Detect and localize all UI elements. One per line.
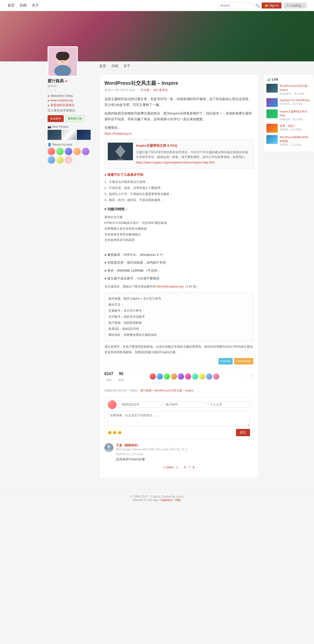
list-title-2[interactable]: Inspire主题帮助文档 & FAQ — [280, 110, 307, 117]
commenter-avatar — [108, 400, 117, 409]
access-avatar-6[interactable] — [48, 156, 55, 164]
access-avatar-8[interactable] — [65, 156, 72, 164]
share-icon[interactable]: ⤴ — [251, 372, 253, 380]
camera-icon: 📷 — [48, 125, 51, 129]
email-link[interactable]: theme@cssplus.org — [157, 285, 183, 288]
access-avatar-5[interactable] — [82, 148, 89, 155]
search-input[interactable] — [218, 3, 253, 9]
email-field-1: 邮件正文： — [109, 302, 249, 308]
sidebar-list: 📊 List WordPress社交风主题 – Inspire 162条发言，9… — [264, 74, 314, 152]
bullet-icon: ● — [104, 173, 107, 177]
access-avatar-1[interactable] — [48, 148, 55, 155]
access-avatar-2[interactable] — [56, 148, 64, 155]
stat-avatar-4[interactable] — [171, 373, 177, 380]
list-stats-2: 64条发言，42人喜欢 — [280, 118, 311, 121]
stat-avatar-7[interactable] — [192, 373, 198, 380]
tag-wordpress[interactable]: # wordpress — [234, 358, 253, 365]
email-field-2: 交易账号：支付宝订单号 — [109, 308, 249, 314]
stat-avatar-3[interactable] — [164, 373, 170, 380]
pagination-8[interactable]: 8 — [193, 465, 194, 469]
stat-avatar-2[interactable] — [157, 373, 163, 380]
list-title-1[interactable]: Eaplayer For WordPress — [280, 99, 310, 102]
svg-point-7 — [61, 61, 64, 63]
qq-input[interactable] — [119, 401, 161, 408]
search-icon[interactable]: 🔍 — [255, 4, 260, 8]
list-title-0[interactable]: WordPress社交风主题 – Inspire — [280, 84, 309, 91]
list-thumb-4 — [266, 135, 278, 144]
loading-button[interactable]: ⟳ Loading... — [284, 3, 306, 9]
list-thumb-2 — [266, 109, 278, 118]
subnav-home[interactable]: 首页 — [99, 64, 106, 68]
list-item-2: Inspire主题帮助文档 & FAQ 64条发言，42人喜欢 — [266, 109, 311, 121]
svg-point-2 — [54, 65, 71, 76]
email-input[interactable] — [163, 401, 206, 408]
inspire-card-link[interactable]: https://www.cssplus.org/wordpress-theme-… — [136, 161, 215, 164]
email-field-5: 联系QQ：你的QQ号码 — [109, 326, 249, 332]
profile-opensource: ● 查看他的开源项目 — [48, 103, 94, 107]
pagination-7[interactable]: 7 — [188, 465, 190, 469]
opensource-link[interactable]: 查看他的开源项目 — [50, 103, 75, 107]
rules-title: ● 请遵守以下几条基本守则 — [104, 172, 253, 178]
stat-avatar-10[interactable] — [213, 373, 219, 380]
help-button[interactable]: 题帮助订阅 — [65, 115, 85, 122]
statistics-link[interactable]: Statistics — [160, 498, 172, 502]
xml-link[interactable]: XML — [175, 498, 181, 502]
stat-avatar-8[interactable] — [199, 373, 205, 380]
email-field-3: 支付账号：你的支付宝账号 — [109, 314, 249, 320]
email-button[interactable]: 发送邮件 — [48, 115, 64, 122]
photo-2[interactable] — [62, 130, 76, 140]
tag-theme[interactable]: # theme — [219, 358, 233, 365]
list-title-4[interactable]: WordPress使用AJAX实时获取… — [280, 136, 309, 143]
search-area: 🔍 🔐 Sign in ⟳ Loading... — [218, 3, 306, 9]
preview-link[interactable]: https://hyejeong.cn — [104, 131, 253, 136]
submit-comment-button[interactable]: 提交 — [236, 429, 250, 436]
list-stats-1: 67条发言，18人喜欢 — [280, 102, 311, 106]
comment-item-0: 子尨（港国有杯） 来自 Google Chrome 66.0.3359.181 … — [104, 443, 253, 462]
feature-ellipsis: ... — [104, 243, 253, 249]
access-avatar-4[interactable] — [73, 148, 81, 155]
email-field-4: 电子邮箱：你的联系邮箱 — [109, 320, 249, 326]
pagination-1[interactable]: 1 — [176, 465, 178, 469]
pagination-6[interactable]: 6 — [184, 465, 186, 469]
pagination-older[interactable]: « Older — [163, 465, 174, 469]
access-avatar-3[interactable] — [65, 148, 72, 155]
svg-point-5 — [59, 59, 61, 61]
footer-stats: Worked in 393 day / Statistics / XML — [5, 498, 309, 502]
profile-website: ● www.cssplus.org — [48, 99, 94, 102]
list-title-3[interactable]: 世界，您好！ — [280, 124, 296, 127]
list-info-0: WordPress社交风主题 – Inspire 162条发言，95人喜欢 — [280, 84, 311, 96]
opensource-dot: ● — [48, 104, 49, 107]
list-item-3: 世界，您好！ 9条发言，14人喜欢 — [266, 124, 311, 133]
stat-avatar-9[interactable] — [206, 373, 212, 380]
sidebar-right: 📊 List WordPress社交风主题 – Inspire 162条发言，9… — [264, 74, 314, 478]
footer: © 1994-2017 · Code & Theme By Louie Work… — [0, 490, 314, 507]
profile-dots: • • • — [48, 89, 94, 93]
feature-2: 自带网易云音乐专辑音乐播放器 — [104, 226, 253, 232]
nav-home[interactable]: 首页 — [8, 3, 15, 8]
list-info-4: WordPress使用AJAX实时获取… 7条发言，17人喜欢 — [280, 135, 311, 147]
stat-avatar-5[interactable] — [178, 373, 184, 380]
heart-icon[interactable]: ♡ — [245, 372, 249, 380]
stat-avatar-6[interactable] — [185, 373, 191, 380]
stat-avatar-1[interactable] — [150, 373, 156, 380]
comment-author-0[interactable]: 子尨（港国有杯） — [116, 444, 140, 447]
access-avatar-7[interactable] — [56, 156, 64, 164]
comment-textarea[interactable] — [108, 411, 250, 426]
feature-4: 支持各种语言代码高亮 — [104, 237, 253, 243]
signin-button[interactable]: 🔐 Sign in — [262, 3, 282, 9]
photo-1[interactable] — [48, 130, 61, 140]
list-info-3: 世界，您好！ 9条发言，14人喜欢 — [280, 124, 311, 133]
nav-archive[interactable]: 归档 — [20, 3, 27, 8]
profile-website-link[interactable]: www.cssplus.org — [50, 99, 73, 102]
article-category[interactable]: 不分类 — [140, 88, 149, 92]
repost-link[interactable]: 蜜汁路易 » WordPress社交风主题 – Inspire — [141, 389, 194, 392]
comment-form: 😊 😊 😊 提交 — [104, 397, 253, 439]
photo-3[interactable] — [77, 130, 91, 140]
nav-about[interactable]: 关于 — [32, 3, 39, 8]
subnav-archive[interactable]: 归档 — [111, 64, 118, 68]
subnav-about[interactable]: 关于 — [123, 64, 130, 68]
article-comments-link[interactable]: 162 条评论 — [153, 88, 168, 92]
url-input[interactable] — [208, 401, 250, 408]
comment-fields — [119, 401, 250, 408]
email-field-0: 邮件标题：购买 Inspire + 支付宝订单号 — [109, 296, 249, 302]
